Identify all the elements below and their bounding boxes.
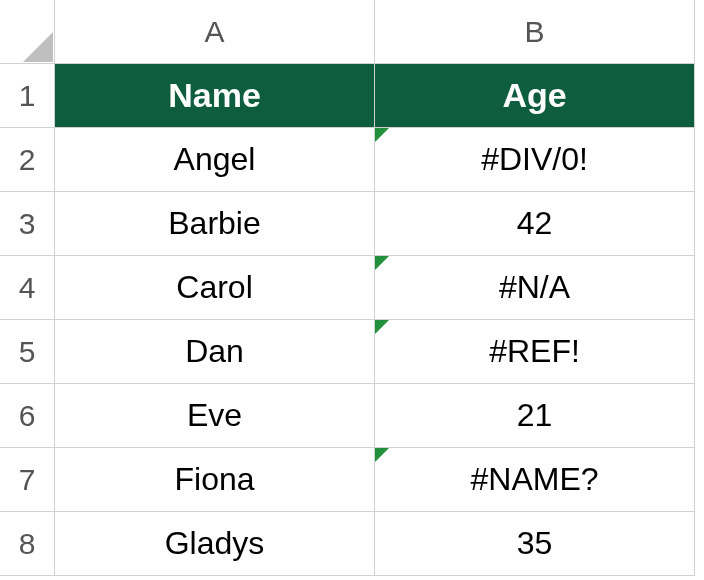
cell-value: 21 [517,397,553,434]
row-header-6[interactable]: 6 [0,384,55,448]
row-header-5[interactable]: 5 [0,320,55,384]
row-header-7[interactable]: 7 [0,448,55,512]
cell-a7[interactable]: Fiona [55,448,375,512]
cell-a5[interactable]: Dan [55,320,375,384]
row-header-8[interactable]: 8 [0,512,55,576]
row-header-3[interactable]: 3 [0,192,55,256]
cell-value: #N/A [499,269,570,306]
column-header-b[interactable]: B [375,0,695,64]
cell-a2[interactable]: Angel [55,128,375,192]
cell-a8[interactable]: Gladys [55,512,375,576]
cell-b3[interactable]: 42 [375,192,695,256]
error-indicator-icon [375,320,389,334]
cell-a6[interactable]: Eve [55,384,375,448]
row-header-4[interactable]: 4 [0,256,55,320]
row-header-1[interactable]: 1 [0,64,55,128]
cell-a1[interactable]: Name [55,64,375,128]
column-header-a[interactable]: A [55,0,375,64]
error-indicator-icon [375,256,389,270]
spreadsheet-grid: A B 1 Name Age 2 Angel #DIV/0! 3 Barbie … [0,0,704,576]
cell-b5[interactable]: #REF! [375,320,695,384]
cell-value: 35 [517,525,553,562]
cell-b6[interactable]: 21 [375,384,695,448]
cell-b7[interactable]: #NAME? [375,448,695,512]
select-all-corner[interactable] [0,0,55,64]
cell-b2[interactable]: #DIV/0! [375,128,695,192]
cell-value: #NAME? [470,461,598,498]
cell-b1[interactable]: Age [375,64,695,128]
cell-a4[interactable]: Carol [55,256,375,320]
cell-b8[interactable]: 35 [375,512,695,576]
cell-value: 42 [517,205,553,242]
cell-value: #DIV/0! [481,141,588,178]
cell-b4[interactable]: #N/A [375,256,695,320]
error-indicator-icon [375,448,389,462]
cell-a3[interactable]: Barbie [55,192,375,256]
row-header-2[interactable]: 2 [0,128,55,192]
cell-value: #REF! [489,333,580,370]
error-indicator-icon [375,128,389,142]
